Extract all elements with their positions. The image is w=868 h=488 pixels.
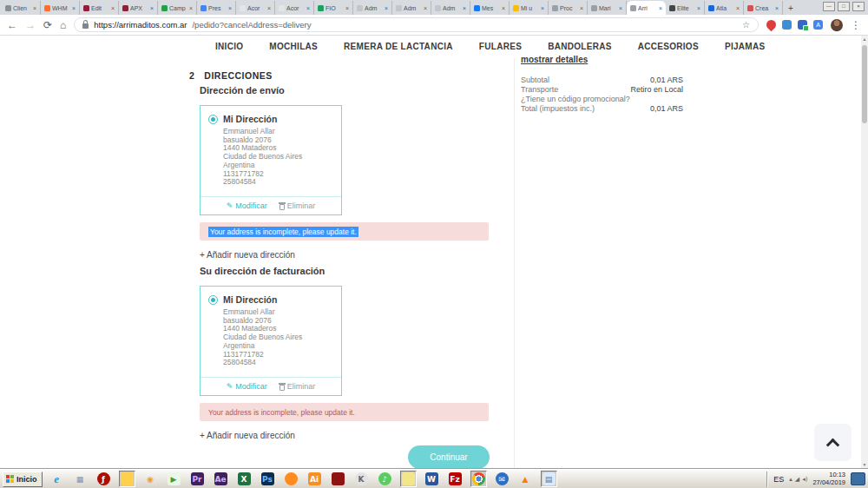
photoshop-icon[interactable]: Ps [261,472,274,485]
scroll-down-icon[interactable]: ▼ [861,461,868,469]
forward-button[interactable]: → [25,20,36,30]
tab-close-icon[interactable] [267,5,271,11]
tab-close-icon[interactable] [306,5,310,11]
back-button[interactable]: ← [7,20,17,30]
tab-close-icon[interactable] [697,5,700,11]
tab-close-icon[interactable] [619,5,622,11]
nav-item[interactable]: ACCESORIOS [638,42,699,51]
scrollbar-thumb[interactable] [862,45,867,123]
nav-item[interactable]: MOCHILAS [269,42,318,51]
map-pin-extension-icon[interactable] [765,18,779,32]
tab-close-icon[interactable] [72,5,76,11]
word-icon[interactable]: W [425,472,438,485]
address-bar[interactable]: https://arrimaditos.com.ar /pedido?cance… [74,17,759,32]
orange-swirl-icon[interactable]: ◉ [144,472,157,485]
browser-tab[interactable]: Adm [353,1,392,15]
modify-address-button[interactable]: Modificar [227,382,267,391]
browser-tab[interactable]: Adm [392,1,431,15]
tab-close-icon[interactable] [228,5,232,11]
after-effects-icon[interactable]: Ae [214,472,227,485]
show-details-link[interactable]: mostrar detalles [521,55,588,64]
browser-tab[interactable]: Mari [588,1,627,15]
scroll-up-icon[interactable]: ▲ [861,36,868,43]
nav-item[interactable]: FULARES [479,42,522,51]
tab-close-icon[interactable] [463,5,466,11]
home-button[interactable]: ⌂ [60,20,66,30]
folder-icon[interactable] [121,472,134,485]
internet-explorer-icon[interactable]: e [50,472,63,485]
tab-close-icon[interactable] [385,5,388,11]
thunderbird-icon[interactable]: ✉ [496,472,509,485]
continue-button[interactable]: Continuar [408,445,490,469]
browser-tab[interactable]: Adm [431,1,470,15]
tab-close-icon[interactable] [659,5,662,11]
kmplayer-icon[interactable]: K [355,472,368,485]
movie-maker-icon[interactable]: ▶ [168,472,181,485]
add-address-link[interactable]: + Añadir nueva dirección [200,431,295,440]
tab-close-icon[interactable] [111,5,115,11]
browser-tab[interactable]: Atla [705,1,744,15]
scroll-to-top-button[interactable] [814,424,852,461]
browser-tab[interactable]: Arri [627,1,666,15]
browser-tab[interactable]: Mes [470,1,510,15]
modify-address-button[interactable]: Modificar [227,201,267,210]
taskbar-clock[interactable]: 10:13 27/04/2019 [812,472,845,486]
hidden-icons-icon[interactable]: ▴ [789,476,792,483]
translate-extension-icon[interactable]: A [813,20,823,30]
tab-close-icon[interactable] [345,5,349,11]
profile-avatar[interactable] [831,19,843,31]
browser-tab[interactable]: APX [119,1,158,15]
excel-icon[interactable]: X [238,472,251,485]
network-icon[interactable]: ◢ [795,476,799,483]
address-radio[interactable] [208,115,218,124]
nav-item[interactable]: INICIO [215,42,243,51]
bookmark-star-icon[interactable]: ☆ [742,20,750,30]
maximize-button[interactable]: □ [838,2,850,11]
tab-close-icon[interactable] [189,5,193,11]
illustrator-icon[interactable]: Ai [308,472,321,485]
new-tab-button[interactable]: + [783,1,799,15]
add-address-link[interactable]: + Añadir nueva dirección [200,250,295,260]
close-button[interactable]: × [852,2,865,11]
address-radio[interactable] [208,295,218,305]
browser-tab[interactable]: WHM [41,1,80,15]
browser-tab[interactable]: Camp [158,1,197,15]
tab-close-icon[interactable] [775,5,779,11]
music-player-icon[interactable]: ♪ [378,472,391,485]
volume-icon[interactable]: ◂) [802,476,807,483]
vlc-icon[interactable]: ▲ [519,472,532,485]
tab-close-icon[interactable] [150,5,154,11]
tab-close-icon[interactable] [736,5,740,11]
browser-tab[interactable]: Edit [80,1,119,15]
sticky-notes-icon[interactable] [402,472,415,485]
blue-extension-icon[interactable] [782,20,792,30]
tab-close-icon[interactable] [502,5,505,11]
badged-extension-icon[interactable] [798,20,807,30]
red-app-icon[interactable] [332,472,345,485]
tab-close-icon[interactable] [580,5,583,11]
browser-tab[interactable]: Proc [549,1,588,15]
browser-tab[interactable]: Mi u [510,1,549,15]
nav-item[interactable]: PIJAMAS [725,42,766,51]
browser-tab[interactable]: Clien [2,1,41,15]
tab-close-icon[interactable] [424,5,427,11]
nav-item[interactable]: REMERA DE LACTANCIA [344,42,453,51]
chrome-icon[interactable] [472,472,485,485]
tray-app-icon[interactable] [851,472,865,485]
browser-tab[interactable]: Pres [197,1,236,15]
browser-tab[interactable]: Acor [236,1,275,15]
notepad-icon[interactable]: ▤ [542,472,556,485]
delete-address-button[interactable]: Eliminar [279,382,316,391]
browser-tab[interactable]: Elite [666,1,705,15]
language-indicator[interactable]: ES [773,475,784,484]
reload-button[interactable]: ⟳ [43,20,52,30]
delete-address-button[interactable]: Eliminar [279,201,316,210]
minimize-button[interactable]: — [823,2,835,11]
summary-label[interactable]: ¿Tiene un código promocional? [521,95,630,103]
tab-close-icon[interactable] [33,5,36,11]
nav-item[interactable]: BANDOLERAS [548,42,612,51]
premiere-icon[interactable]: Pr [191,472,204,485]
page-scrollbar[interactable]: ▲ ▼ [861,36,868,469]
calculator-icon[interactable]: ▦ [74,472,87,485]
browser-tab[interactable]: FIO [314,1,353,15]
